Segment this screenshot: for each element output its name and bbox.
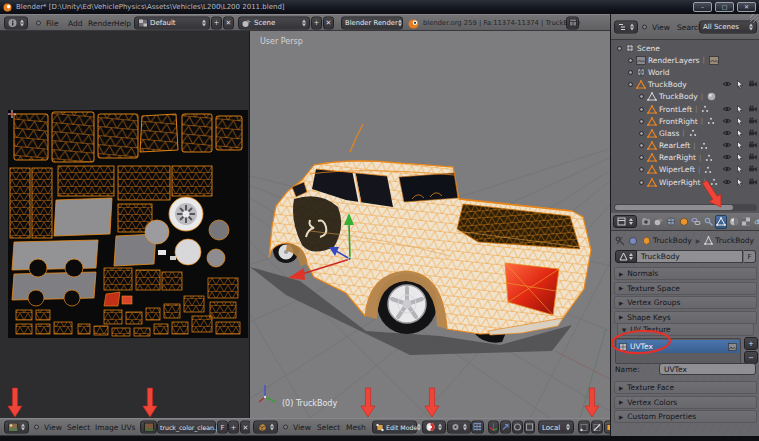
- orientation-select[interactable]: Local: [538, 421, 574, 434]
- menu-render[interactable]: Render: [88, 18, 115, 27]
- header-collapse-toggle[interactable]: [642, 24, 647, 29]
- add-layout-button[interactable]: +: [211, 16, 222, 29]
- add-scene-button[interactable]: +: [311, 16, 322, 29]
- header-collapse-toggle[interactable]: [34, 425, 39, 430]
- camera-icon[interactable]: [748, 165, 758, 174]
- expander-icon[interactable]: [616, 45, 623, 52]
- eye-icon[interactable]: [722, 153, 732, 162]
- editor-type-uv-button[interactable]: [4, 421, 29, 434]
- add-uv-layer-button[interactable]: +: [744, 337, 758, 350]
- uv-texture-list[interactable]: UVTex: [615, 338, 741, 364]
- delete-layout-button[interactable]: ✕: [223, 16, 234, 29]
- outliner-item-label[interactable]: RenderLayers: [648, 56, 700, 65]
- panel-texture-face[interactable]: ▶Texture Face: [614, 381, 757, 394]
- camera-icon[interactable]: [748, 178, 758, 187]
- breadcrumb-data[interactable]: TruckBody: [715, 236, 754, 245]
- expander-icon[interactable]: [638, 130, 645, 137]
- tab-constraints[interactable]: [690, 215, 702, 229]
- minimize-button[interactable]: –: [693, 2, 712, 12]
- cursor-icon[interactable]: [736, 105, 744, 114]
- outliner-item-label[interactable]: Glass: [659, 129, 679, 138]
- cursor-icon[interactable]: [736, 165, 744, 174]
- editor-type-info-button[interactable]: [4, 16, 28, 29]
- tab-texture[interactable]: [740, 215, 752, 229]
- vp-menu-mesh[interactable]: Mesh: [346, 423, 366, 432]
- display-mode-select[interactable]: All Scenes: [699, 20, 757, 33]
- outliner-item-label[interactable]: FrontLeft: [659, 105, 692, 114]
- uv-menu-select[interactable]: Select: [67, 423, 90, 432]
- tab-physics[interactable]: [753, 215, 759, 229]
- rotate-manipulator-button[interactable]: [512, 421, 523, 434]
- outliner-item-label[interactable]: FrontRight: [659, 117, 698, 126]
- mesh-name-field[interactable]: TruckBody: [637, 250, 743, 263]
- header-collapse-toggle[interactable]: [36, 20, 41, 25]
- panel-normals[interactable]: ▶Normals: [614, 267, 757, 280]
- tab-data[interactable]: [715, 215, 727, 229]
- camera-icon[interactable]: [748, 105, 758, 114]
- expander-icon[interactable]: [627, 69, 634, 76]
- outliner-item-label[interactable]: WiperLeft: [659, 165, 695, 174]
- mode-select[interactable]: Edit Mode: [372, 421, 417, 434]
- cursor-icon[interactable]: [736, 117, 744, 126]
- vp-menu-select[interactable]: Select: [317, 423, 340, 432]
- outliner-item-label[interactable]: RearLeft: [659, 141, 690, 150]
- close-button[interactable]: ✕: [737, 2, 756, 12]
- edge-select-button[interactable]: [591, 421, 603, 434]
- eye-icon[interactable]: [722, 129, 732, 138]
- panel-shape-keys[interactable]: ▶Shape Keys: [614, 311, 757, 324]
- tab-material[interactable]: [728, 215, 740, 229]
- render-engine-select[interactable]: Blender Render: [341, 16, 403, 29]
- corner-grip[interactable]: [750, 14, 759, 23]
- tab-modifiers[interactable]: [703, 215, 715, 229]
- browse-image-button[interactable]: [140, 421, 157, 434]
- cursor-icon[interactable]: [736, 141, 744, 150]
- eye-icon[interactable]: [722, 165, 732, 174]
- camera-icon[interactable]: [748, 117, 758, 126]
- outliner-row-glass-7[interactable]: Glass|: [611, 127, 759, 139]
- camera-icon[interactable]: [748, 141, 758, 150]
- viewport-3d[interactable]: [250, 31, 610, 418]
- outliner-row-frontleft-5[interactable]: FrontLeft|: [611, 103, 759, 115]
- expander-icon[interactable]: [638, 166, 645, 173]
- outliner-item-label[interactable]: RearRight: [659, 153, 696, 162]
- tab-render[interactable]: [640, 215, 652, 229]
- window-duplicate-button[interactable]: [566, 16, 579, 29]
- pivot-select[interactable]: [447, 421, 471, 434]
- tab-scene[interactable]: [653, 215, 665, 229]
- breadcrumb-object[interactable]: TruckBody: [653, 236, 692, 245]
- outliner-row-truckbody-4[interactable]: TruckBody|: [611, 91, 759, 103]
- snap-toggle-button[interactable]: [471, 421, 484, 434]
- editor-type-properties-button[interactable]: [613, 215, 637, 228]
- outliner-row-rearright-9[interactable]: RearRight|: [611, 152, 759, 164]
- tab-world[interactable]: [665, 215, 677, 229]
- delete-scene-button[interactable]: ✕: [323, 16, 334, 29]
- editor-type-3dview-button[interactable]: [253, 421, 278, 434]
- cursor-icon[interactable]: [736, 178, 744, 187]
- panel-vertex-colors[interactable]: ▶Vertex Colors: [614, 396, 757, 409]
- eye-icon[interactable]: [722, 141, 732, 150]
- outliner-row-frontright-6[interactable]: FrontRight|: [611, 115, 759, 127]
- screen-layout-select[interactable]: Default: [134, 16, 210, 29]
- editor-type-outliner-button[interactable]: [614, 20, 638, 33]
- uv-name-field[interactable]: UVTex: [659, 363, 756, 375]
- outliner-item-label[interactable]: World: [648, 68, 670, 77]
- cursor-icon[interactable]: [736, 129, 744, 138]
- outliner-row-rearleft-8[interactable]: RearLeft|: [611, 140, 759, 152]
- menu-file[interactable]: File: [46, 18, 59, 27]
- uv-texture-list-item[interactable]: UVTex: [617, 340, 739, 353]
- outliner-item-label[interactable]: Scene: [637, 44, 660, 53]
- uv-menu-view[interactable]: View: [44, 423, 62, 432]
- expander-icon[interactable]: [638, 142, 645, 149]
- panel-uv-texture[interactable]: ▼ UV Texture: [617, 323, 754, 336]
- translate-manipulator-button[interactable]: [500, 421, 511, 434]
- camera-icon[interactable]: [748, 153, 758, 162]
- expander-icon[interactable]: [638, 118, 645, 125]
- outliner-menu-view[interactable]: View: [652, 22, 670, 31]
- expander-icon[interactable]: [638, 106, 645, 113]
- outliner-item-label[interactable]: TruckBody: [659, 92, 698, 101]
- panel-custom-properties[interactable]: ▶Custom Properties: [614, 410, 757, 423]
- expander-icon[interactable]: [627, 81, 634, 88]
- panel-texture-space[interactable]: ▶Texture Space: [614, 282, 757, 295]
- vertex-select-button[interactable]: [578, 421, 590, 434]
- cursor-icon[interactable]: [736, 153, 744, 162]
